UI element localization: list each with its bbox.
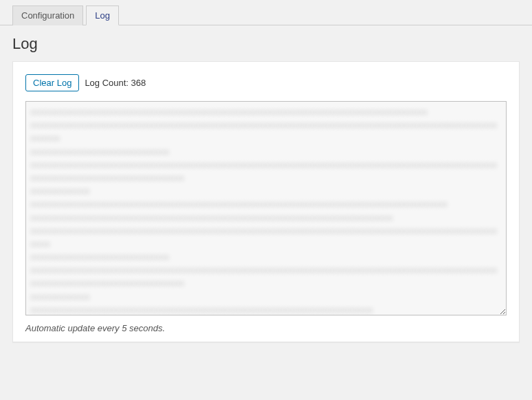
page-title: Log <box>0 25 532 61</box>
log-count: Log Count: 368 <box>85 78 146 88</box>
tab-log[interactable]: Log <box>86 5 119 25</box>
log-panel: Clear Log Log Count: 368 Automatic updat… <box>12 61 520 342</box>
log-textarea[interactable] <box>25 101 507 315</box>
log-count-value: 368 <box>131 78 146 88</box>
tab-configuration[interactable]: Configuration <box>12 5 83 25</box>
auto-update-note: Automatic update every 5 seconds. <box>25 323 507 333</box>
log-count-prefix: Log Count: <box>85 78 131 88</box>
clear-log-button[interactable]: Clear Log <box>25 74 79 91</box>
tab-bar: Configuration Log <box>0 0 532 25</box>
controls-row: Clear Log Log Count: 368 <box>25 74 507 91</box>
